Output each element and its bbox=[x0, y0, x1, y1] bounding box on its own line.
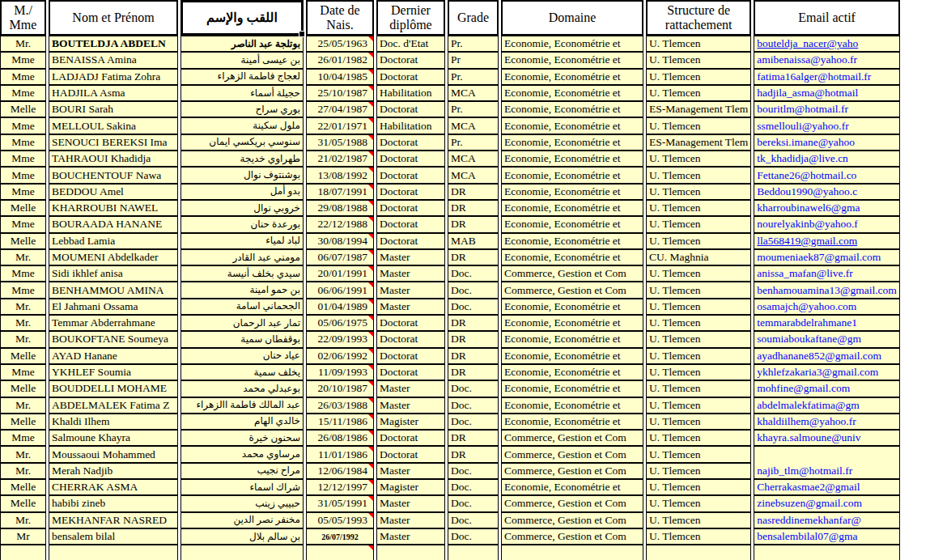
cell-birthdate[interactable]: 25/10/1987 bbox=[306, 85, 374, 101]
cell-name-arabic[interactable]: مومني عبد القادر bbox=[180, 249, 304, 265]
cell-name-arabic[interactable]: عبد المالك فاطمة االزهراء bbox=[180, 397, 304, 414]
cell-name-latin[interactable]: Merah Nadjib bbox=[49, 463, 178, 479]
cell-structure[interactable]: U. Tlemcen bbox=[646, 397, 751, 414]
cell-name-arabic[interactable]: ملول سكينة bbox=[180, 117, 304, 134]
cell-name-latin[interactable]: Salmoune Khayra bbox=[49, 430, 178, 446]
cell-civility[interactable]: Mr. bbox=[0, 36, 46, 52]
cell-name-latin[interactable]: bensalem bilal bbox=[49, 528, 178, 545]
cell-civility[interactable]: Mr. bbox=[0, 331, 46, 347]
cell-name-arabic[interactable]: بن سالم بلال bbox=[180, 528, 304, 545]
cell-domain[interactable]: Economie, Econométrie et bbox=[501, 101, 643, 117]
cell-grade[interactable]: Doc. bbox=[448, 397, 499, 414]
cell-birthdate[interactable]: 31/05/1988 bbox=[306, 134, 374, 151]
cell-structure[interactable]: U. Tlemcen bbox=[646, 184, 751, 200]
cell-email[interactable]: temmarabdelrahmane1 bbox=[754, 315, 900, 331]
cell-domain[interactable]: Commerce, Gestion et Com bbox=[501, 512, 643, 528]
cell-domain[interactable]: Economie, Econométrie et bbox=[501, 52, 643, 68]
cell-email[interactable]: abdelmalekfatima@gm bbox=[754, 397, 900, 414]
cell-last-diploma[interactable]: Doctorat bbox=[376, 52, 445, 68]
cell-grade[interactable]: Doc. bbox=[448, 495, 499, 511]
cell-civility[interactable]: Mme bbox=[0, 184, 46, 200]
cell-grade[interactable]: Pr. bbox=[448, 134, 499, 151]
cell-name-arabic[interactable] bbox=[180, 545, 304, 560]
cell-email[interactable]: fatima16alger@hotmail.fr bbox=[754, 69, 900, 85]
cell-domain[interactable]: Economie, Econométrie et bbox=[501, 315, 643, 331]
cell-civility[interactable]: Mme bbox=[0, 265, 46, 282]
cell-name-latin[interactable]: BOURAADA HANANE bbox=[49, 216, 178, 232]
cell-structure[interactable]: U. Tlemcen bbox=[646, 495, 751, 511]
cell-email[interactable]: amibenaissa@yahoo.fr bbox=[754, 52, 900, 68]
cell-structure[interactable]: U. Tlemcen bbox=[646, 117, 751, 134]
cell-email[interactable]: zinebsuzen@gmail.com bbox=[754, 495, 900, 511]
cell-grade[interactable]: Pr. bbox=[448, 36, 499, 52]
cell-email[interactable]: Beddou1990@yahoo.c bbox=[754, 184, 900, 200]
cell-structure[interactable]: U. Tlemcen bbox=[646, 463, 751, 479]
cell-civility[interactable]: Mme bbox=[0, 85, 46, 101]
cell-last-diploma[interactable]: Doctorat bbox=[376, 430, 445, 446]
cell-last-diploma[interactable]: Doctorat bbox=[376, 200, 445, 216]
cell-name-arabic[interactable]: لباد لمياء bbox=[180, 233, 304, 249]
cell-grade[interactable]: MCA bbox=[448, 85, 499, 101]
cell-grade[interactable] bbox=[448, 545, 499, 560]
cell-email[interactable]: bouritlm@hotmail.fr bbox=[754, 101, 900, 117]
cell-name-arabic[interactable]: تمار عبد الرحمان bbox=[180, 315, 304, 331]
cell-name-latin[interactable]: HADJILA Asma bbox=[49, 85, 178, 101]
cell-domain[interactable] bbox=[501, 545, 643, 560]
cell-domain[interactable]: Commerce, Gestion et Com bbox=[501, 495, 643, 511]
cell-civility[interactable]: Mr. bbox=[0, 446, 46, 462]
cell-civility[interactable]: Mme bbox=[0, 216, 46, 232]
cell-birthdate[interactable]: 20/01/1991 bbox=[306, 265, 374, 282]
cell-civility[interactable]: Mme bbox=[0, 282, 46, 298]
cell-name-latin[interactable]: BENAISSA Amina bbox=[49, 52, 178, 68]
cell-email[interactable]: ayadhanane852@gmail.com bbox=[754, 348, 900, 364]
cell-domain[interactable]: Economie, Econométrie et bbox=[501, 348, 643, 364]
cell-last-diploma[interactable]: Doctorat bbox=[376, 331, 445, 347]
cell-last-diploma[interactable]: Habilitation bbox=[376, 85, 445, 101]
cell-civility[interactable]: Mr bbox=[0, 528, 46, 545]
cell-name-latin[interactable]: BENHAMMOU AMINA bbox=[49, 282, 178, 298]
cell-structure[interactable]: U. Tlemcen bbox=[646, 216, 751, 232]
cell-grade[interactable]: Pr bbox=[448, 52, 499, 68]
cell-email[interactable]: ssmellouli@yahoo.fr bbox=[754, 117, 900, 134]
cell-structure[interactable]: U. Tlemcen bbox=[646, 52, 751, 68]
cell-birthdate[interactable]: 26/01/1982 bbox=[306, 52, 374, 68]
cell-last-diploma[interactable]: Doctorat bbox=[376, 184, 445, 200]
cell-grade[interactable]: DR bbox=[448, 216, 499, 232]
cell-domain[interactable]: Economie, Econométrie et bbox=[501, 233, 643, 249]
cell-name-arabic[interactable]: بوشنتوف نوال bbox=[180, 167, 304, 183]
cell-email[interactable]: khaldiilhem@yahoo.fr bbox=[754, 414, 900, 430]
cell-grade[interactable]: Doc. bbox=[448, 265, 499, 282]
cell-email[interactable]: mohfine@gmail.com bbox=[754, 380, 900, 397]
cell-civility[interactable]: Mme bbox=[0, 167, 46, 183]
column-header-name-arabic[interactable]: اللقب والإسم bbox=[180, 0, 304, 36]
cell-domain[interactable]: Economie, Econométrie et bbox=[501, 36, 643, 52]
cell-birthdate[interactable]: 13/08/1992 bbox=[306, 167, 374, 183]
cell-grade[interactable]: MCA bbox=[448, 117, 499, 134]
cell-grade[interactable]: DR bbox=[448, 249, 499, 265]
cell-civility[interactable]: Mr. bbox=[0, 299, 46, 315]
cell-name-arabic[interactable]: سيدي بخلف أنيسة bbox=[180, 265, 304, 282]
cell-grade[interactable]: MCA bbox=[448, 151, 499, 167]
column-header-birthdate[interactable]: Date de Nais. bbox=[306, 0, 374, 36]
cell-email[interactable]: bereksi.imane@yahoo bbox=[754, 134, 900, 151]
cell-name-latin[interactable]: Lebbad Lamia bbox=[49, 233, 178, 249]
cell-grade[interactable]: Doc. bbox=[448, 512, 499, 528]
cell-email[interactable]: lla568419@gmail.com bbox=[754, 233, 900, 249]
cell-last-diploma[interactable]: Habilitation bbox=[376, 117, 445, 134]
cell-grade[interactable]: DR bbox=[448, 315, 499, 331]
cell-birthdate[interactable]: 27/04/1987 bbox=[306, 101, 374, 117]
cell-structure[interactable]: U. Tlemcen bbox=[646, 69, 751, 85]
cell-domain[interactable]: Economie, Econométrie et bbox=[501, 167, 643, 183]
cell-domain[interactable]: Economie, Econométrie et bbox=[501, 184, 643, 200]
cell-last-diploma[interactable]: Doctorat bbox=[376, 167, 445, 183]
cell-civility[interactable]: Melle bbox=[0, 479, 46, 495]
cell-domain[interactable]: Economie, Econométrie et bbox=[501, 249, 643, 265]
cell-structure[interactable]: U. Tlemcen bbox=[646, 414, 751, 430]
cell-structure[interactable]: U. Tlemcen bbox=[646, 479, 751, 495]
cell-grade[interactable]: DR bbox=[448, 430, 499, 446]
cell-grade[interactable]: DR bbox=[448, 184, 499, 200]
cell-civility[interactable]: Melle bbox=[0, 200, 46, 216]
cell-name-latin[interactable]: BEDDOU Amel bbox=[49, 184, 178, 200]
cell-structure[interactable]: U. Tlemcen bbox=[646, 200, 751, 216]
column-header-email[interactable]: Email actif bbox=[754, 0, 900, 36]
